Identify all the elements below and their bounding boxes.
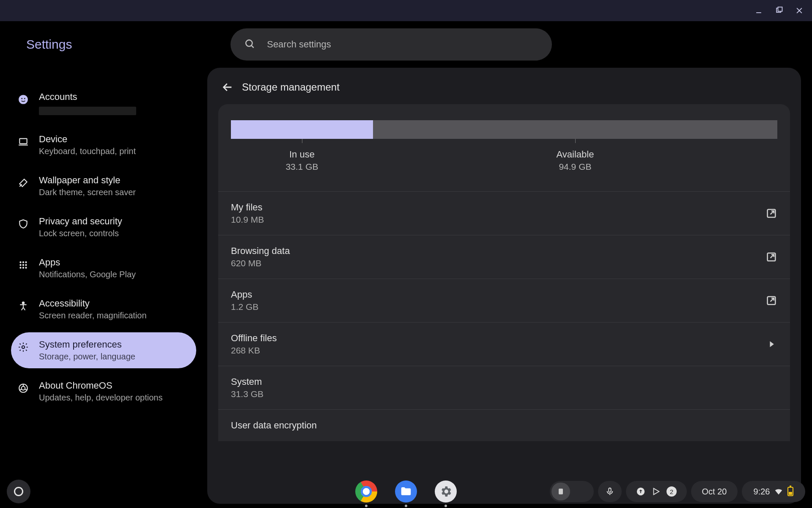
svg-point-15: [25, 261, 27, 263]
chevron-right-icon: [765, 338, 777, 350]
storage-row-size: 620 MB: [231, 258, 290, 268]
in-use-value: 33.1 GB: [231, 162, 373, 172]
sidebar-item-label: Accessibility: [39, 298, 147, 309]
storage-row-system: System31.3 GB: [218, 366, 790, 409]
tray-mic-button[interactable]: [598, 481, 622, 502]
upload-icon: [636, 487, 645, 496]
chrome-app-icon[interactable]: [354, 479, 379, 504]
sidebar-item-apps[interactable]: Apps Notifications, Google Play: [11, 250, 196, 286]
svg-point-13: [19, 261, 21, 263]
svg-point-27: [22, 346, 25, 349]
app-title: Settings: [26, 37, 72, 52]
storage-row-size: 10.9 MB: [231, 215, 264, 225]
available-value: 94.9 GB: [373, 162, 777, 172]
settings-app-icon[interactable]: [433, 479, 458, 504]
back-button[interactable]: [222, 81, 233, 93]
sidebar-item-system-preferences[interactable]: System preferences Storage, power, langu…: [11, 332, 196, 368]
in-use-label: In use: [231, 149, 373, 160]
sidebar-item-sub: Updates, help, developer options: [39, 393, 162, 403]
svg-point-18: [25, 264, 27, 266]
storage-row-title: Offline files: [231, 333, 277, 344]
sidebar-item-device[interactable]: Device Keyboard, touchpad, print: [11, 127, 196, 163]
sidebar-item-label: Apps: [39, 257, 136, 268]
available-label: Available: [373, 149, 777, 160]
storage-row-size: 268 KB: [231, 345, 277, 356]
sidebar: Accounts Device Keyboard, touchpad, prin…: [0, 68, 207, 508]
storage-row-apps[interactable]: Apps1.2 GB: [218, 279, 790, 322]
shield-icon: [17, 218, 30, 230]
storage-bar: In use 33.1 GB Available 94.9 GB: [218, 104, 790, 191]
tray-date[interactable]: Oct 20: [691, 481, 738, 502]
sidebar-item-about[interactable]: About ChromeOS Updates, help, developer …: [11, 373, 196, 409]
open-external-icon: [765, 295, 777, 306]
sidebar-item-accessibility[interactable]: Accessibility Screen reader, magnificati…: [11, 291, 196, 327]
window-minimize-button[interactable]: [754, 6, 763, 15]
storage-row-browsing-data[interactable]: Browsing data620 MB: [218, 235, 790, 279]
account-icon: [17, 93, 30, 106]
grid-icon: [17, 259, 30, 271]
shelf: 2 Oct 20 9:26: [0, 475, 812, 508]
laptop-icon: [17, 135, 30, 148]
svg-point-8: [21, 98, 22, 99]
launcher-button[interactable]: [7, 480, 30, 503]
panel-title: Storage management: [242, 81, 340, 93]
tray-time: 9:26: [754, 487, 770, 497]
sidebar-item-label: Accounts: [39, 91, 136, 102]
sidebar-item-label: Wallpaper and style: [39, 175, 136, 186]
storage-row-user-data-encryption: User data encryption: [218, 409, 790, 441]
svg-point-5: [246, 40, 252, 46]
svg-rect-38: [609, 488, 611, 492]
sidebar-item-sub: Screen reader, magnification: [39, 311, 147, 320]
search-bar[interactable]: [230, 28, 552, 61]
storage-row-offline-files[interactable]: Offline files268 KB: [218, 322, 790, 366]
storage-row-title: Browsing data: [231, 246, 290, 257]
svg-line-26: [23, 307, 25, 310]
sidebar-item-sub: Lock screen, controls: [39, 229, 122, 238]
window-maximize-button[interactable]: [775, 6, 783, 15]
storage-row-size: 31.3 GB: [231, 389, 263, 399]
sidebar-item-label: About ChromeOS: [39, 380, 162, 391]
svg-rect-37: [559, 489, 563, 494]
storage-row-my-files[interactable]: My files10.9 MB: [218, 191, 790, 235]
search-input[interactable]: [267, 39, 538, 50]
sidebar-item-accounts[interactable]: Accounts: [11, 85, 196, 122]
sidebar-item-sub: Notifications, Google Play: [39, 270, 136, 279]
notification-badge: 2: [667, 486, 677, 497]
svg-point-17: [22, 264, 24, 266]
svg-point-14: [22, 261, 24, 263]
sidebar-item-sub: Dark theme, screen saver: [39, 188, 136, 197]
account-email-redacted: [39, 107, 136, 115]
search-icon: [244, 38, 255, 51]
tray-status[interactable]: 9:26: [742, 481, 805, 502]
svg-point-9: [24, 98, 25, 99]
svg-rect-10: [19, 138, 27, 144]
svg-line-31: [25, 389, 27, 390]
sidebar-item-wallpaper[interactable]: Wallpaper and style Dark theme, screen s…: [11, 168, 196, 204]
accessibility-icon: [17, 300, 30, 312]
storage-row-title: My files: [231, 202, 264, 213]
svg-line-32: [19, 389, 22, 390]
sidebar-item-sub: Keyboard, touchpad, print: [39, 146, 136, 156]
tray-quick-settings[interactable]: 2: [626, 481, 687, 502]
sidebar-item-privacy[interactable]: Privacy and security Lock screen, contro…: [11, 209, 196, 245]
svg-line-6: [252, 45, 254, 47]
storage-row-size: 1.2 GB: [231, 302, 258, 312]
svg-rect-2: [778, 7, 782, 11]
window-close-button[interactable]: [795, 6, 804, 15]
sidebar-item-label: System preferences: [39, 339, 135, 350]
tray-toggle[interactable]: [550, 481, 594, 502]
svg-point-22: [22, 302, 24, 304]
brush-icon: [17, 177, 30, 189]
svg-marker-40: [654, 489, 659, 495]
svg-point-19: [19, 267, 21, 268]
sidebar-item-sub: Storage, power, language: [39, 352, 135, 362]
open-external-icon: [765, 251, 777, 263]
storage-row-title: System: [231, 376, 263, 387]
open-external-icon: [765, 207, 777, 219]
svg-point-16: [19, 264, 21, 266]
svg-point-7: [19, 95, 28, 104]
sidebar-item-label: Privacy and security: [39, 216, 122, 227]
storage-row-title: Apps: [231, 289, 258, 300]
files-app-icon[interactable]: [394, 479, 418, 504]
svg-point-21: [25, 267, 27, 268]
